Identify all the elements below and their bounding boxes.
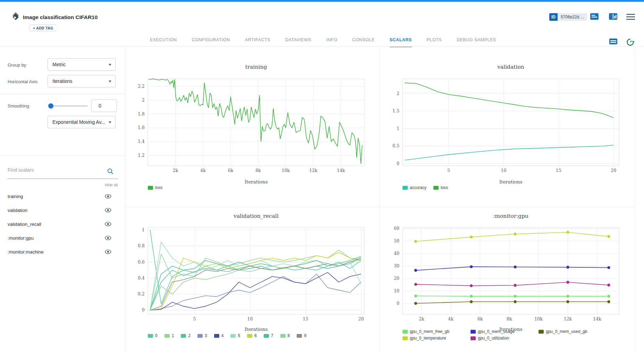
search-icon[interactable] [107,168,114,175]
svg-text:14k: 14k [593,316,601,321]
tab-plots[interactable]: PLOTS [427,37,442,48]
legend-item-loss[interactable]: loss [148,185,162,190]
tab-dataviews[interactable]: DATAVIEWS [285,37,311,48]
legend-item-loss[interactable]: loss [433,185,448,190]
legend-item-2[interactable]: 2 [181,333,190,338]
comment-icon[interactable] [590,12,599,21]
eye-visibility-icon[interactable] [105,235,111,242]
svg-text:50: 50 [394,238,399,243]
tab-scalars[interactable]: SCALARS [390,37,412,48]
eye-visibility-icon[interactable] [105,249,111,256]
svg-text:15: 15 [303,316,308,321]
legend-item-7[interactable]: 7 [264,333,273,338]
legend-swatch [402,186,408,190]
smoothing-method-select[interactable]: Exponential Moving Av... [48,116,116,128]
sidebar-divider [0,155,125,156]
legend-label: gpu_0_mem_free_gb [410,329,449,334]
legend-swatch [247,334,252,338]
chart-legend: gpu_0_mem_free_gbgpu_0_mem_usagegpu_0_me… [402,329,608,341]
chevron-down-icon [109,64,111,66]
legend-item-5[interactable]: 5 [230,333,240,338]
legend-item-gpu-0-mem-used-gb[interactable]: gpu_0_mem_used_gb [539,329,608,334]
smoothing-slider-thumb[interactable] [48,103,53,109]
svg-text:2: 2 [142,97,145,103]
eye-visibility-icon[interactable] [105,221,111,228]
hide-all-button[interactable]: Hide all [105,183,118,187]
eye-visibility-icon[interactable] [105,194,111,200]
svg-text:1: 1 [142,227,145,232]
legend-swatch [214,334,219,338]
add-tag-button[interactable]: + ADD TAG [29,25,58,31]
legend-label: gpu_0_mem_used_gb [546,329,587,334]
smoothing-value-input[interactable] [91,100,117,112]
legend-swatch [471,336,476,340]
legend-item-4[interactable]: 4 [214,333,224,338]
chart-card-validation-recall: 510152000.20.40.60.81validation_recallIt… [125,207,380,352]
svg-text:1.8: 1.8 [138,111,145,117]
compare-panel-icon[interactable] [609,12,618,21]
legend-label: 7 [271,333,273,338]
svg-text:8k: 8k [255,168,261,173]
legend-item-9[interactable]: 9 [297,333,306,338]
legend-item-6[interactable]: 6 [247,333,257,338]
tab-configuration[interactable]: CONFIGURATION [192,37,230,48]
x-axis-title: Iterations [499,179,523,184]
legend-item-gpu-0-temperature[interactable]: gpu_0_temperature [402,336,464,341]
id-badge[interactable]: ID 5706e22d ... [549,13,587,21]
legend-swatch [230,334,236,338]
chart-card-monitor-gpu: 2k4k6k8k10k12k14k0102030405060:monitor:g… [380,207,635,352]
hamburger-menu-icon[interactable] [626,14,635,20]
metric-label: :monitor:gpu [8,235,34,241]
svg-text:2.2: 2.2 [138,84,145,89]
svg-text:2k: 2k [419,316,424,321]
chart-svg-0: 2k4k6k8k10k12k14k1.21.41.61.822.2trainin… [125,47,380,207]
group-by-value: Metric [52,62,66,67]
x-axis-title: Iterations [245,179,268,184]
table-view-icon[interactable] [609,38,618,45]
legend-swatch [197,334,203,338]
legend-item-accuracy[interactable]: accuracy [402,185,426,190]
group-by-select[interactable]: Metric [48,58,116,71]
metric-label: validation_recall [8,222,41,227]
svg-text:2: 2 [397,91,399,96]
svg-text:10: 10 [247,316,253,321]
chart-svg-2: 510152000.20.40.60.81validation_recallIt… [125,207,380,352]
legend-item-1[interactable]: 1 [164,333,174,338]
chart-legend: accuracyloss [402,185,448,190]
svg-text:2k: 2k [173,168,178,173]
svg-text:10: 10 [501,168,506,173]
smoothing-method-value: Exponential Moving Av... [52,119,105,125]
legend-label: 4 [221,333,224,338]
find-scalars-input[interactable] [8,167,105,173]
svg-text:10k: 10k [534,316,543,321]
legend-item-gpu-0-mem-free-gb[interactable]: gpu_0_mem_free_gb [402,329,464,334]
scroll-gutter[interactable] [635,47,644,352]
refresh-icon[interactable] [626,38,634,46]
smoothing-slider[interactable] [49,105,88,106]
chart-title: :monitor:gpu [493,213,528,219]
svg-text:4k: 4k [200,168,206,173]
horizontal-axis-select[interactable]: Iterations [48,75,116,87]
tab-info[interactable]: INFO [326,37,337,48]
legend-label: 3 [205,333,207,338]
svg-text:20: 20 [611,168,616,173]
svg-text:1.2: 1.2 [138,153,145,158]
legend-label: 1 [172,333,174,338]
svg-text:10: 10 [394,288,399,293]
eye-visibility-icon[interactable] [105,207,111,214]
metric-row-validation: validation [0,204,125,217]
tab-execution[interactable]: EXECUTION [150,37,177,48]
tab-artifacts[interactable]: ARTIFACTS [245,37,270,48]
svg-text:0: 0 [397,161,399,166]
tab-debug-samples[interactable]: DEBUG SAMPLES [457,37,496,48]
chart-legend: 0123456789 [148,333,306,338]
legend-item-gpu-0-mem-usage[interactable]: gpu_0_mem_usage [471,329,532,334]
horizontal-axis-label: Horizontal Axis [8,79,37,84]
legend-label: loss [155,185,162,190]
tab-console[interactable]: CONSOLE [352,37,375,48]
legend-item-0[interactable]: 0 [148,333,158,338]
legend-swatch [539,330,544,334]
legend-item-gpu-0-utilization[interactable]: gpu_0_utilization [471,336,532,341]
legend-item-8[interactable]: 8 [280,333,290,338]
legend-item-3[interactable]: 3 [197,333,207,338]
